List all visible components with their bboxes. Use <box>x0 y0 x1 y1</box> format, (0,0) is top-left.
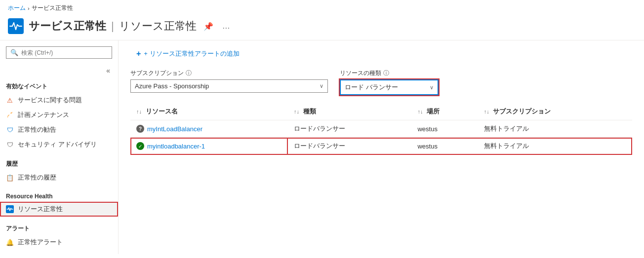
sidebar-item-planned-maintenance[interactable]: 計画メンテナンス <box>0 108 118 122</box>
col-location[interactable]: ↑↓ 場所 <box>411 103 478 120</box>
azure-health-svg <box>8 18 24 34</box>
page-title-sub: リソース正常性 <box>119 19 197 34</box>
status-ok-icon-2: ✓ <box>136 142 144 150</box>
sidebar-item-health-history[interactable]: 📋 正常性の履歴 <box>0 170 118 185</box>
status-question-icon-1: ? <box>136 125 144 133</box>
resource-type-chevron-icon: ∨ <box>430 84 434 91</box>
add-icon: + <box>136 49 141 58</box>
toolbar: + + リソース正常性アラートの追加 <box>130 46 632 61</box>
col-subscription[interactable]: ↑↓ サブスクリプション <box>478 103 632 120</box>
main-layout: 🔍 « 有効なイベント ⚠ サービスに関する問題 計画メンテナンス 🛡 正常性の… <box>0 40 644 254</box>
resource-type-filter-group: リソースの種類 ⓘ ロード バランサー ∨ <box>340 69 439 95</box>
breadcrumb: ホーム › サービス正常性 <box>0 0 644 16</box>
sidebar-item-health-alerts[interactable]: 🔔 正常性アラート <box>0 235 118 250</box>
section-label-alerts: アラート <box>0 221 118 235</box>
sidebar-item-health-alerts-label: 正常性アラート <box>18 238 63 247</box>
subscription-info-icon: ⓘ <box>186 69 192 77</box>
warning-icon: ⚠ <box>6 96 14 104</box>
history-icon: 📋 <box>6 174 14 182</box>
sidebar-item-security-advisories-label: セキュリティ アドバイザリ <box>18 140 97 149</box>
breadcrumb-separator: › <box>28 5 30 11</box>
resource-health-icon <box>6 205 14 213</box>
breadcrumb-current: サービス正常性 <box>32 4 73 12</box>
resource-type-value: ロード バランサー <box>345 83 398 92</box>
cell-type-1: ロードバランサー <box>288 120 411 138</box>
table-row: ? myIntLoadBalancer ロードバランサー westus 無料トラ… <box>130 120 632 138</box>
subscription-dropdown[interactable]: Azure Pass - Sponsorship ∨ <box>130 79 328 93</box>
section-label-active-events: 有効なイベント <box>0 78 118 93</box>
sidebar-item-resource-health-label: リソース正常性 <box>18 205 63 214</box>
page-header: サービス正常性 | リソース正常性 📌 … <box>0 16 644 40</box>
cell-location-1: westus <box>411 120 478 138</box>
page-title-main: サービス正常性 <box>29 19 106 34</box>
add-alert-button[interactable]: + + リソース正常性アラートの追加 <box>130 46 245 61</box>
filters-row: サブスクリプション ⓘ Azure Pass - Sponsorship ∨ リ… <box>130 69 632 95</box>
page-title-separator: | <box>111 20 114 33</box>
cell-name-2: ✓ myintloadbalancer-1 <box>130 138 288 155</box>
sidebar-item-planned-maintenance-label: 計画メンテナンス <box>18 111 69 119</box>
sort-arrows-location: ↑↓ <box>417 109 423 114</box>
shield-advisory-icon: 🛡 <box>6 126 14 134</box>
cell-type-2: ロードバランサー <box>288 138 411 155</box>
service-health-icon <box>8 18 24 34</box>
table-row: ✓ myintloadbalancer-1 ロードバランサー westus 無料… <box>130 138 632 155</box>
sidebar-item-health-advisories[interactable]: 🛡 正常性の勧告 <box>0 122 118 137</box>
sidebar-item-service-issues[interactable]: ⚠ サービスに関する問題 <box>0 93 118 108</box>
sidebar-item-health-history-label: 正常性の履歴 <box>18 173 56 182</box>
wrench-icon <box>6 111 14 119</box>
more-button[interactable]: … <box>220 20 232 33</box>
cell-name-1: ? myIntLoadBalancer <box>130 120 288 138</box>
resource-link-1[interactable]: ? myIntLoadBalancer <box>136 125 282 133</box>
subscription-value: Azure Pass - Sponsorship <box>135 82 209 90</box>
resource-link-2[interactable]: ✓ myintloadbalancer-1 <box>136 142 282 150</box>
resource-type-dropdown[interactable]: ロード バランサー ∨ <box>340 79 439 95</box>
pin-button[interactable]: 📌 <box>201 20 215 33</box>
search-box[interactable]: 🔍 <box>6 46 112 59</box>
col-type[interactable]: ↑↓ 種類 <box>288 103 411 120</box>
col-resource-name[interactable]: ↑↓ リソース名 <box>130 103 288 120</box>
cell-subscription-1: 無料トライアル <box>478 120 632 138</box>
sidebar-item-health-advisories-label: 正常性の勧告 <box>18 125 56 134</box>
security-icon: 🛡 <box>6 141 14 148</box>
resource-type-label: リソースの種類 ⓘ <box>340 69 439 77</box>
search-input[interactable] <box>21 49 108 56</box>
subscription-filter-group: サブスクリプション ⓘ Azure Pass - Sponsorship ∨ <box>130 69 328 93</box>
resource-name-1: myIntLoadBalancer <box>147 125 202 133</box>
sidebar-item-resource-health[interactable]: リソース正常性 <box>0 202 118 217</box>
resource-name-2: myintloadbalancer-1 <box>147 143 205 150</box>
subscription-chevron-icon: ∨ <box>320 83 323 89</box>
sort-arrows-name: ↑↓ <box>136 109 142 114</box>
sidebar-item-service-issues-label: サービスに関する問題 <box>18 96 82 105</box>
resource-table: ↑↓ リソース名 ↑↓ 種類 ↑↓ 場所 ↑↓ サブスクリプション <box>130 103 632 155</box>
sidebar: 🔍 « 有効なイベント ⚠ サービスに関する問題 計画メンテナンス 🛡 正常性の… <box>0 40 119 254</box>
search-icon: 🔍 <box>10 49 18 56</box>
cell-subscription-2: 無料トライアル <box>478 138 632 155</box>
add-alert-label: + リソース正常性アラートの追加 <box>144 49 239 58</box>
content-area: + + リソース正常性アラートの追加 サブスクリプション ⓘ Azure Pas… <box>119 40 644 254</box>
sort-arrows-subscription: ↑↓ <box>484 109 489 114</box>
resource-type-info-icon: ⓘ <box>383 69 389 77</box>
subscription-label: サブスクリプション ⓘ <box>130 69 328 77</box>
section-label-history: 履歴 <box>0 156 118 170</box>
alert-icon: 🔔 <box>6 238 14 246</box>
cell-location-2: westus <box>411 138 478 155</box>
sidebar-item-security-advisories[interactable]: 🛡 セキュリティ アドバイザリ <box>0 137 118 152</box>
sidebar-collapse-button[interactable]: « <box>102 65 114 76</box>
sort-arrows-type: ↑↓ <box>294 109 299 114</box>
breadcrumb-home[interactable]: ホーム <box>8 4 26 12</box>
section-label-resource-health: Resource Health <box>0 189 118 202</box>
